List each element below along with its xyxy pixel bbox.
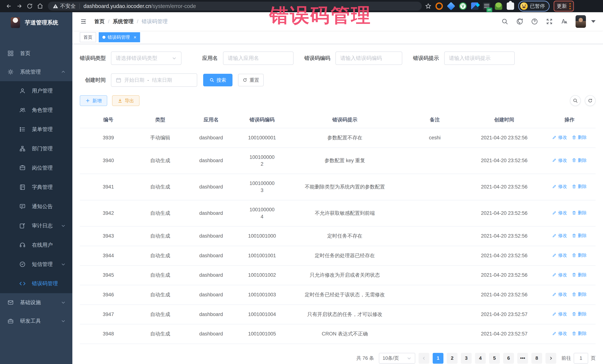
pager-page-1[interactable]: 1 (433, 353, 443, 364)
filter-label-date: 创建时间 (80, 77, 106, 84)
edit-link[interactable]: 修改 (552, 210, 567, 216)
sidebar-item-基础设施[interactable]: 基础设施 (0, 293, 72, 312)
breadcrumb-home[interactable]: 首页 (94, 18, 105, 25)
reset-button[interactable]: 重置 (238, 74, 264, 86)
edit-link[interactable]: 修改 (552, 183, 567, 190)
edit-link[interactable]: 修改 (552, 330, 567, 337)
error-msg-input[interactable] (449, 55, 510, 61)
pager-page-6[interactable]: 6 (503, 353, 514, 364)
pager-page-5[interactable]: 5 (489, 353, 500, 364)
github-icon[interactable] (516, 18, 523, 25)
toggle-search-button[interactable] (570, 95, 581, 106)
squares-extension-icon[interactable] (471, 2, 478, 10)
breadcrumb-system[interactable]: 系统管理 (113, 18, 134, 25)
cell (404, 324, 465, 344)
delete-link[interactable]: 删除 (572, 291, 587, 298)
fullscreen-icon[interactable] (546, 18, 553, 25)
list-on-extension-icon[interactable]: on (483, 2, 490, 10)
bookmark-star-icon[interactable] (425, 1, 431, 11)
delete-link[interactable]: 删除 (572, 157, 587, 164)
cell: 自动生成 (137, 265, 184, 285)
delete-link[interactable]: 删除 (572, 210, 587, 216)
tag-close-icon[interactable]: × (134, 34, 136, 40)
edit-link[interactable]: 修改 (552, 157, 567, 164)
browser-toolbar: 不安全 dashboard.yudao.iocoder.cn/system/er… (0, 0, 603, 12)
sidebar-item-label: 菜单管理 (32, 126, 66, 133)
user-avatar[interactable] (576, 15, 586, 28)
sidebar-item-系统管理[interactable]: 系统管理 (0, 63, 72, 81)
export-button[interactable]: 导出 (112, 95, 139, 106)
browser-forward-icon[interactable] (14, 1, 24, 11)
browser-back-icon[interactable] (4, 1, 14, 11)
pager-ellipsis[interactable]: ••• (517, 353, 528, 364)
caret-down-icon[interactable] (591, 20, 596, 23)
tag-home[interactable]: 首页 (80, 32, 96, 42)
delete-link[interactable]: 删除 (572, 272, 587, 278)
not-secure-label: 不安全 (60, 3, 76, 10)
browser-menu-icon[interactable] (569, 3, 571, 9)
key-extension-icon[interactable] (495, 2, 502, 10)
date-range-picker[interactable]: 开始日期 - 结束日期 (111, 73, 197, 87)
question-icon[interactable] (531, 18, 538, 25)
pager-page-4[interactable]: 4 (475, 353, 486, 364)
pager-page-3[interactable]: 3 (461, 353, 472, 364)
search-icon[interactable] (501, 18, 508, 25)
edit-link[interactable]: 修改 (552, 291, 567, 298)
edit-link[interactable]: 修改 (552, 252, 567, 258)
page-size-select[interactable]: 10条/页 (379, 353, 415, 364)
url-text[interactable]: dashboard.yudao.iocoder.cn/system/error-… (83, 3, 196, 9)
puzzle-extension-icon[interactable] (507, 2, 514, 10)
edit-link[interactable]: 修改 (552, 232, 567, 239)
tag-error-code-active[interactable]: 错误码管理 × (99, 32, 140, 42)
hamburger-icon[interactable] (80, 18, 87, 25)
sidebar-item-字典管理[interactable]: 字典管理 (0, 177, 72, 197)
error-code-input[interactable] (340, 55, 397, 61)
delete-link[interactable]: 删除 (572, 134, 587, 141)
browser-update-button[interactable]: 更新 (554, 1, 574, 11)
pager-page-8[interactable]: 8 (531, 353, 542, 364)
sidebar-item-在线用户[interactable]: 在线用户 (0, 235, 72, 255)
target-extension-icon[interactable] (435, 2, 443, 10)
pager-page-2[interactable]: 2 (447, 353, 458, 364)
app-name-input[interactable] (228, 55, 289, 61)
edit-link[interactable]: 修改 (552, 311, 567, 317)
edit-link[interactable]: 修改 (552, 272, 567, 278)
prev-page-button[interactable] (418, 353, 429, 364)
browser-reload-icon[interactable] (24, 1, 35, 11)
goto-page-input[interactable] (574, 353, 588, 364)
browser-profile-chip[interactable]: 已暂停 (518, 1, 550, 11)
delete-link[interactable]: 删除 (572, 252, 587, 258)
sidebar-item-用户管理[interactable]: 用户管理 (0, 81, 72, 100)
fullscreen-icon (546, 18, 553, 25)
sidebar-item-首页[interactable]: 首页 (0, 44, 72, 63)
delete-link[interactable]: 删除 (572, 232, 587, 239)
sidebar-item-角色管理[interactable]: 角色管理 (0, 100, 72, 120)
search-button[interactable]: 搜索 (203, 74, 232, 86)
edit-link[interactable]: 修改 (552, 134, 567, 141)
refresh-table-button[interactable] (585, 95, 596, 106)
sidebar-item-菜单管理[interactable]: 菜单管理 (0, 120, 72, 139)
gem-extension-icon[interactable] (447, 2, 455, 10)
add-button[interactable]: 新增 (80, 95, 107, 106)
sidebar-item-研发工具[interactable]: 研发工具 (0, 312, 72, 330)
sidebar-item-部门管理[interactable]: 部门管理 (0, 139, 72, 158)
browser-home-icon[interactable] (35, 1, 45, 11)
delete-link[interactable]: 删除 (572, 311, 587, 317)
next-page-button[interactable] (545, 353, 556, 364)
cell: 参数配置 key 重复 (285, 148, 404, 174)
delete-link[interactable]: 删除 (572, 183, 587, 190)
url-bar[interactable]: 不安全 dashboard.yudao.iocoder.cn/system/er… (48, 2, 422, 11)
error-type-select[interactable]: 请选择错误码类型 (111, 52, 181, 65)
sidebar-item-审计日志[interactable]: 审计日志 (0, 216, 72, 235)
cell: 2021-04-20 23:52:56 (465, 265, 543, 285)
logo[interactable]: 芋道管理系统 (0, 12, 72, 33)
edit-icon (19, 223, 26, 229)
sidebar-item-短信管理[interactable]: 短信管理 (0, 255, 72, 274)
sidebar-item-错误码管理[interactable]: 错误码管理 (0, 274, 72, 293)
sidebar-item-岗位管理[interactable]: 岗位管理 (0, 158, 72, 177)
v-circle-extension-icon[interactable]: V (459, 2, 467, 10)
delete-link[interactable]: 删除 (572, 330, 587, 337)
fontsize-icon[interactable] (561, 18, 568, 25)
not-secure-badge[interactable]: 不安全 (53, 3, 76, 10)
sidebar-item-通知公告[interactable]: 通知公告 (0, 197, 72, 216)
